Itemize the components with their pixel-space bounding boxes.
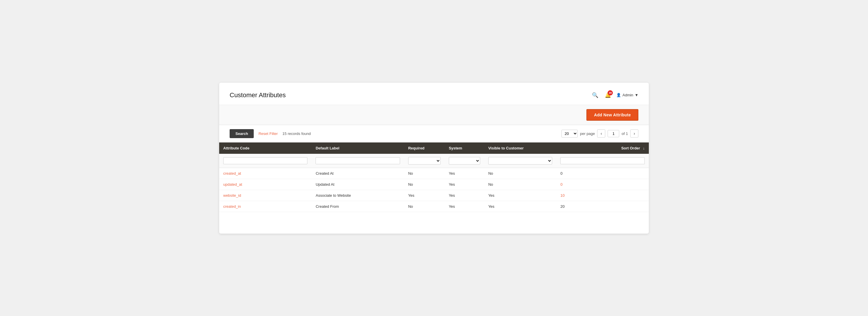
next-page-button[interactable]: › [630,129,639,137]
cell-attribute-code: created_in [219,201,311,212]
cell-attribute-code: created_at [219,168,311,179]
page-title: Customer Attributes [229,91,286,99]
cell-sort-order: 0 [556,168,649,179]
reset-filter-button[interactable]: Reset Filter [258,131,278,136]
sort-order-link[interactable]: 0 [560,182,562,187]
filter-bar: Search Reset Filter 15 records found 20 … [219,125,649,143]
global-search-button[interactable]: 🔍 [591,91,599,99]
cell-visible: No [484,168,557,179]
cell-visible: Yes [484,190,557,201]
attribute-code-link[interactable]: created_in [223,204,241,209]
cell-system: Yes [445,190,484,201]
filter-sort-order-input[interactable] [560,157,645,164]
cell-system: Yes [445,168,484,179]
filter-left: Search Reset Filter 15 records found [229,129,311,138]
notification-button[interactable]: 🔔 39 [605,92,611,98]
col-attribute-code: Attribute Code [219,143,311,154]
cell-sort-order: 20 [556,201,649,212]
filter-default-label-cell [311,154,404,168]
add-new-attribute-button[interactable]: Add New Attribute [586,109,639,121]
search-icon: 🔍 [592,92,598,98]
filter-sort-order-cell [556,154,649,168]
cell-required: No [404,201,445,212]
table-header-row: Attribute Code Default Label Required Sy… [219,143,649,154]
table-row: created_at Created At No Yes No 0 [219,168,649,179]
filter-attribute-code-input[interactable] [223,157,307,164]
cell-default-label: Created At [311,168,404,179]
attribute-code-link[interactable]: updated_at [223,182,242,187]
col-required: Required [404,143,445,154]
filter-input-row: Yes No Yes No Yes No [219,154,649,168]
cell-sort-order: 10 [556,190,649,201]
page-header: Customer Attributes 🔍 🔔 39 👤 Admin ▼ [219,83,649,105]
cell-attribute-code: updated_at [219,179,311,190]
cell-attribute-code: website_id [219,190,311,201]
cell-visible: Yes [484,201,557,212]
cell-system: Yes [445,201,484,212]
cell-visible: No [484,179,557,190]
cell-system: Yes [445,179,484,190]
cell-required: Yes [404,190,445,201]
table-row: updated_at Updated At No Yes No 0 [219,179,649,190]
admin-label: Admin [622,93,633,97]
chevron-down-icon: ▼ [634,93,639,97]
table-row: website_id Associate to Website Yes Yes … [219,190,649,201]
cell-required: No [404,179,445,190]
filter-visible-select[interactable]: Yes No [488,157,553,164]
per-page-dropdown[interactable]: 20 30 50 100 200 [561,130,578,137]
filter-system-select[interactable]: Yes No [449,157,480,164]
attribute-code-link[interactable]: website_id [223,193,241,198]
search-button[interactable]: Search [229,129,254,138]
filter-system-cell: Yes No [445,154,484,168]
per-page-select: 20 30 50 100 200 [561,130,578,137]
col-visible-to-customer: Visible to Customer [484,143,557,154]
cell-sort-order: 0 [556,179,649,190]
notification-badge: 39 [608,90,613,95]
col-system: System [445,143,484,154]
sort-order-link[interactable]: 10 [560,193,564,198]
filter-attribute-code-cell [219,154,311,168]
cell-default-label: Associate to Website [311,190,404,201]
admin-menu-button[interactable]: 👤 Admin ▼ [616,93,639,97]
main-card: Customer Attributes 🔍 🔔 39 👤 Admin ▼ Add… [219,83,649,233]
cell-default-label: Created From [311,201,404,212]
filter-visible-cell: Yes No [484,154,557,168]
pagination: 20 30 50 100 200 per page ‹ of 1 › [561,129,639,137]
cell-default-label: Updated At [311,179,404,190]
filter-required-select[interactable]: Yes No [408,157,441,164]
header-actions: 🔍 🔔 39 👤 Admin ▼ [591,91,639,99]
attribute-code-link[interactable]: created_at [223,171,241,176]
sort-arrow-icon: ↓ [643,146,645,150]
table-row: created_in Created From No Yes Yes 20 [219,201,649,212]
filter-default-label-input[interactable] [315,157,400,164]
prev-page-button[interactable]: ‹ [597,129,605,137]
of-label: of 1 [622,131,628,136]
toolbar-bar: Add New Attribute [219,105,649,125]
page-number-input[interactable] [608,130,619,137]
col-sort-order: Sort Order ↓ [556,143,649,154]
data-table: Attribute Code Default Label Required Sy… [219,143,649,212]
filter-required-cell: Yes No [404,154,445,168]
col-default-label: Default Label [311,143,404,154]
per-page-label: per page [580,131,595,136]
cell-required: No [404,168,445,179]
user-icon: 👤 [616,93,621,97]
records-found: 15 records found [282,131,311,136]
